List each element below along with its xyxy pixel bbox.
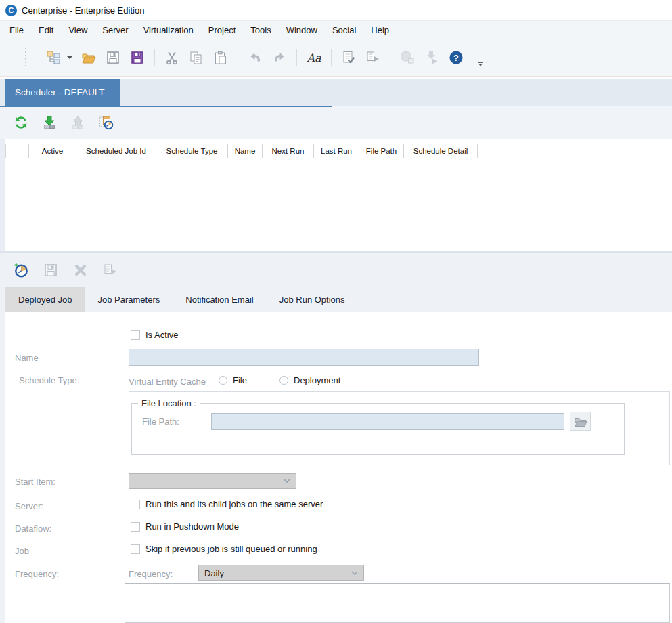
font-options-button[interactable]: Aa <box>304 47 324 68</box>
skip-checkbox-row: Skip if previous job is still queued or … <box>131 544 317 554</box>
deployment-radio-label[interactable]: Deployment <box>294 375 340 385</box>
redo-button[interactable] <box>269 47 290 68</box>
open-project-button[interactable] <box>79 47 99 68</box>
tab-scheduler-default[interactable]: Scheduler - DEFAULT <box>5 79 120 106</box>
save-schedule-button[interactable] <box>41 261 60 280</box>
deploy-icon <box>424 50 439 65</box>
start-item-label: Start Item: <box>15 477 55 487</box>
copy-button[interactable] <box>186 47 206 68</box>
tab-job-parameters[interactable]: Job Parameters <box>85 287 173 312</box>
toolbar-overflow-button[interactable] <box>478 62 483 66</box>
preview-button[interactable] <box>363 47 383 68</box>
is-active-checkbox[interactable] <box>131 330 140 340</box>
skip-if-running-checkbox[interactable] <box>131 544 140 554</box>
frequency-label: Frequency: <box>15 569 59 579</box>
same-server-label[interactable]: Run this and its child jobs on the same … <box>145 499 323 509</box>
add-scheduler-job-button[interactable] <box>97 113 115 131</box>
new-document-button[interactable] <box>43 47 64 68</box>
start-item-dropdown[interactable] <box>129 473 296 489</box>
doc-play-icon <box>365 50 380 65</box>
browse-file-button[interactable] <box>570 412 591 431</box>
file-radio[interactable] <box>219 376 227 385</box>
skip-if-running-label[interactable]: Skip if previous job is still queued or … <box>145 544 317 554</box>
column-header-selector[interactable] <box>6 144 29 158</box>
server-label: Server: <box>15 501 43 511</box>
floppy-purple-icon <box>130 50 145 65</box>
menu-help[interactable]: Help <box>363 22 397 39</box>
help-button[interactable]: ? <box>446 47 466 68</box>
deployment-radio-row: Deployment <box>279 375 340 385</box>
font-icon: Aa <box>307 51 321 64</box>
title-bar: C Centerprise - Enterprise Edition <box>0 0 672 20</box>
menu-social[interactable]: Social <box>325 22 363 39</box>
job-label: Job <box>15 546 29 556</box>
column-header-file-path[interactable]: File Path <box>359 144 404 158</box>
file-location-panel: File Location : File Path: <box>129 391 670 465</box>
scheduler-toolbar <box>0 106 672 139</box>
export-icon <box>70 115 85 130</box>
column-header-schedule-type[interactable]: Schedule Type <box>156 144 228 158</box>
pushdown-checkbox[interactable] <box>131 522 140 532</box>
refresh-button[interactable] <box>12 113 30 131</box>
is-active-row: Is Active <box>131 330 178 340</box>
menu-file[interactable]: File <box>2 22 31 39</box>
scheduler-grid: ActiveScheduled Job IdSchedule TypeNameN… <box>0 139 672 251</box>
toolbar-separator <box>154 49 155 66</box>
toolbar-separator <box>331 49 332 66</box>
toolbar-grip[interactable] <box>25 48 28 67</box>
column-header-last-run[interactable]: Last Run <box>314 144 359 158</box>
database-transfer-button[interactable] <box>397 47 418 68</box>
file-location-legend: File Location : <box>138 398 200 408</box>
file-radio-label[interactable]: File <box>233 375 247 385</box>
column-header-schedule-detail[interactable]: Schedule Detail <box>404 144 478 158</box>
undo-button[interactable] <box>245 47 265 68</box>
frequency-detail-area[interactable] <box>125 583 670 623</box>
tab-deployed-job[interactable]: Deployed Job <box>5 287 85 312</box>
deploy-button[interactable] <box>422 47 442 68</box>
is-active-label[interactable]: Is Active <box>145 330 178 340</box>
name-input[interactable] <box>129 349 479 366</box>
menu-server[interactable]: Server <box>95 22 135 39</box>
save-button[interactable] <box>103 47 123 68</box>
menu-tools[interactable]: Tools <box>243 22 278 39</box>
toolbar-separator <box>296 49 297 66</box>
start-job-button[interactable] <box>100 261 120 280</box>
import-schedules-button[interactable] <box>40 113 58 131</box>
clock-add-icon <box>14 263 28 278</box>
import-icon <box>42 115 57 130</box>
cut-button[interactable] <box>162 47 182 68</box>
pushdown-checkbox-row: Run in Pushdown Mode <box>131 521 239 532</box>
menu-project[interactable]: Project <box>201 22 243 39</box>
menu-view[interactable]: View <box>61 22 95 39</box>
column-header-active[interactable]: Active <box>29 144 76 158</box>
frequency-dropdown[interactable]: Daily <box>198 565 364 581</box>
floppy-gray-icon <box>43 263 58 278</box>
deployment-radio[interactable] <box>279 376 288 385</box>
validate-button[interactable] <box>338 47 359 68</box>
doc-check-icon <box>341 50 356 65</box>
app-logo-icon: C <box>5 5 17 16</box>
delete-schedule-button[interactable] <box>70 261 90 280</box>
column-header-scheduled-job-id[interactable]: Scheduled Job Id <box>76 144 156 158</box>
pushdown-label[interactable]: Run in Pushdown Mode <box>145 521 239 532</box>
new-document-caret[interactable] <box>66 47 74 68</box>
menu-window[interactable]: Window <box>279 22 325 39</box>
document-tab-strip: Scheduler - DEFAULT <box>0 79 672 106</box>
paste-button[interactable] <box>210 47 231 68</box>
tab-notification-email[interactable]: Notification Email <box>173 287 266 312</box>
menu-edit[interactable]: Edit <box>31 22 61 39</box>
menu-virtualization[interactable]: Virtualization <box>136 22 201 39</box>
new-schedule-button[interactable] <box>11 261 30 280</box>
same-server-checkbox[interactable] <box>131 500 140 509</box>
chevron-down-icon <box>351 571 358 576</box>
tab-underline <box>0 106 332 107</box>
file-path-input[interactable] <box>211 413 564 430</box>
column-header-name[interactable]: Name <box>228 144 263 158</box>
tab-job-run-options[interactable]: Job Run Options <box>267 287 358 312</box>
folder-open-icon <box>81 50 96 65</box>
form-left-gutter <box>0 312 5 623</box>
virtual-entity-cache-label: Virtual Entity Cache <box>129 377 206 387</box>
column-header-next-run[interactable]: Next Run <box>263 144 314 158</box>
export-schedules-button[interactable] <box>68 113 87 131</box>
save-all-button[interactable] <box>127 47 148 68</box>
